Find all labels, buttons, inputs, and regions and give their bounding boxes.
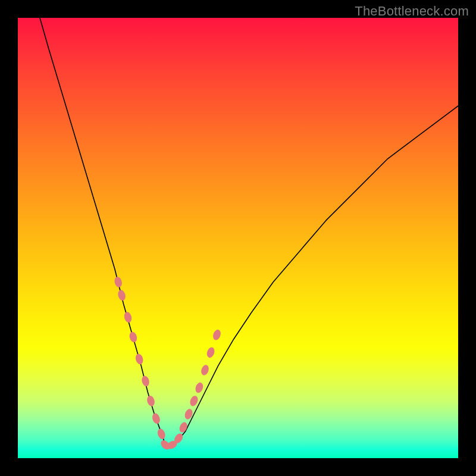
marker-dots bbox=[114, 276, 223, 452]
plot-area bbox=[18, 18, 458, 458]
marker-dot bbox=[200, 364, 210, 377]
marker-dot bbox=[117, 289, 126, 302]
marker-dot bbox=[156, 428, 167, 440]
watermark-text: TheBottleneck.com bbox=[355, 4, 469, 19]
marker-dot bbox=[206, 346, 216, 359]
marker-dot bbox=[114, 276, 123, 288]
marker-dot bbox=[134, 353, 144, 365]
marker-dot bbox=[151, 412, 161, 425]
marker-dot bbox=[123, 311, 133, 324]
marker-dot bbox=[146, 395, 155, 408]
marker-dot bbox=[189, 394, 199, 407]
chart-frame: TheBottleneck.com bbox=[0, 0, 476, 476]
bottleneck-curve bbox=[40, 18, 458, 445]
marker-dot bbox=[129, 331, 138, 343]
marker-dot bbox=[183, 408, 194, 420]
chart-svg bbox=[18, 18, 458, 458]
marker-dot bbox=[194, 381, 204, 394]
marker-dot bbox=[212, 328, 222, 341]
marker-dot bbox=[140, 375, 150, 387]
